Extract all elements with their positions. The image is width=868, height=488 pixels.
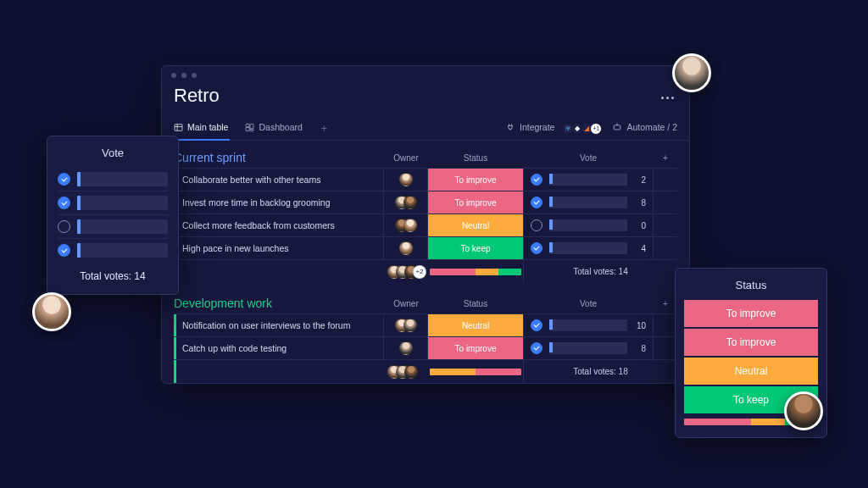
tab-dashboard[interactable]: Dashboard [245,117,302,140]
col-vote: Vote [523,297,654,310]
col-status: Status [428,297,523,310]
vote-radio[interactable] [531,319,542,331]
vote-bar [549,197,627,208]
owner-avatar[interactable] [399,241,413,255]
vote-bar [549,342,627,354]
vote-popover-row[interactable] [58,168,168,191]
vote-popover-row[interactable] [58,238,168,262]
vote-cell[interactable]: 4 [523,237,654,259]
owner-cell[interactable] [384,237,428,259]
status-popover-title: Status [684,279,818,291]
vote-cell[interactable]: 10 [523,314,654,336]
owner-avatar[interactable] [403,196,417,209]
add-view-button[interactable]: + [320,124,329,133]
table-row[interactable]: Invest more time in backlog grooming To … [174,191,677,214]
vote-radio[interactable] [531,219,542,231]
item-name[interactable]: Invest more time in backlog grooming [174,191,384,214]
vote-radio[interactable] [531,197,542,208]
owner-avatar[interactable] [399,341,413,355]
status-cell[interactable]: Neutral [428,214,523,236]
vote-cell[interactable]: 8 [523,337,654,359]
vote-radio[interactable] [58,173,70,186]
view-tabs: Main table Dashboard + [174,117,329,140]
status-option-neutral[interactable]: Neutral [684,358,818,385]
section-title-1[interactable]: Development work [174,297,384,310]
owner-cell[interactable] [384,169,428,191]
table-row[interactable]: Collect more feedback from customers Neu… [174,214,677,236]
owner-cell[interactable] [384,337,428,359]
automate-button[interactable]: Automate / 2 [612,117,677,140]
row-end [654,337,677,359]
svg-rect-2 [250,124,253,129]
integration-avatars[interactable]: ⚛ ◆ ◢ +1 [565,123,602,135]
status-option-improve[interactable]: To improve [684,300,818,327]
item-name[interactable]: Collaborate better with other teams [174,169,384,191]
participant-avatar-1 [672,53,711,92]
row-end [654,314,677,336]
page-more-button[interactable] [658,93,677,103]
owner-avatar[interactable] [403,219,417,232]
row-end [654,214,677,236]
col-owner: Owner [384,297,428,310]
tab-dashboard-label: Dashboard [259,122,302,132]
integrate-button[interactable]: Integrate [505,117,554,140]
status-cell[interactable]: To improve [428,191,523,214]
owner-cell[interactable] [384,314,428,336]
footer-status-bar [428,260,523,283]
table-row[interactable]: Notification on user interviews to the f… [174,313,677,336]
col-owner: Owner [384,151,428,164]
footer-owners [384,360,428,383]
svg-rect-4 [250,129,253,130]
vote-count: 2 [634,175,646,185]
vote-radio[interactable] [58,197,70,209]
section-1: Development work Owner Status Vote + Not… [162,286,689,386]
vote-radio[interactable] [58,244,70,257]
vote-bar [549,219,627,231]
status-cell[interactable]: To keep [428,237,523,259]
owner-avatar[interactable] [399,173,413,186]
status-cell[interactable]: To improve [428,169,523,191]
vote-radio[interactable] [531,174,542,186]
table-row[interactable]: Collaborate better with other teams To i… [174,168,677,191]
item-name[interactable]: High pace in new launches [174,237,384,259]
add-column-button[interactable]: + [654,151,677,164]
page-title: Retro [174,85,220,107]
vote-popover-row[interactable] [58,214,168,238]
vote-bar [77,243,168,258]
svg-rect-3 [246,127,249,130]
vote-cell[interactable]: 8 [523,191,654,214]
vote-cell[interactable]: 2 [523,169,654,191]
section-title-0[interactable]: Current sprint [174,151,384,164]
vote-cell[interactable]: 0 [523,214,654,236]
owner-cell[interactable] [384,191,428,214]
traffic-light-maximize[interactable] [192,73,197,78]
item-name[interactable]: Notification on user interviews to the f… [174,314,384,336]
row-end [654,191,677,214]
vote-bar [77,172,168,186]
vote-radio[interactable] [531,342,542,354]
footer-status-bar [428,360,523,383]
table-row[interactable]: High pace in new launches To keep 4 [174,236,677,259]
owner-avatar[interactable] [403,319,417,332]
status-cell[interactable]: Neutral [428,314,523,336]
tabs-row: Main table Dashboard + Integrate ⚛ ◆ ◢ [162,117,689,141]
vote-radio[interactable] [531,242,542,254]
table-row[interactable]: Catch up with code testing To improve 8 [174,336,677,359]
traffic-light-minimize[interactable] [181,73,186,78]
vote-count: 10 [634,321,646,330]
tab-main-table[interactable]: Main table [174,117,228,140]
status-option-improve[interactable]: To improve [684,329,818,356]
owner-cell[interactable] [384,214,428,236]
vote-radio[interactable] [58,220,70,233]
add-column-button[interactable]: + [654,297,677,310]
plug-icon [505,122,515,132]
status-cell[interactable]: To improve [428,337,523,359]
integrate-label: Integrate [520,122,554,132]
vote-bar [77,196,168,210]
item-name[interactable]: Collect more feedback from customers [174,214,384,236]
footer-avatar-more[interactable]: +2 [413,265,426,279]
traffic-light-close[interactable] [171,73,176,78]
item-name[interactable]: Catch up with code testing [174,337,384,359]
window-titlebar [162,66,689,85]
vote-popover-row[interactable] [58,191,168,214]
